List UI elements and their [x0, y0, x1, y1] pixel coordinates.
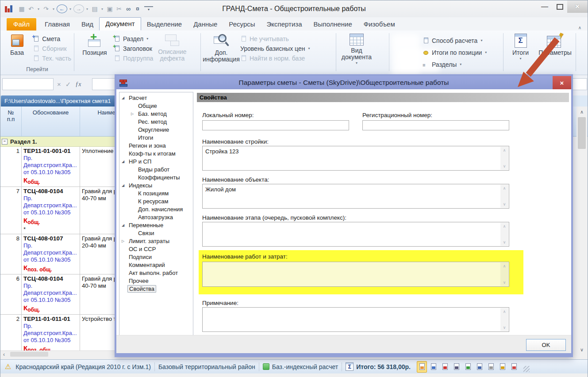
function-icon[interactable]: ƒx — [75, 81, 81, 88]
scroll-up-icon[interactable]: ∧ — [500, 186, 508, 190]
view-mode-icon[interactable] — [463, 361, 473, 373]
tree-item[interactable]: Коэффициенты — [119, 173, 193, 181]
confirm-entry-icon[interactable]: ✓ — [65, 80, 71, 88]
warning-icon[interactable]: ⚠ — [5, 362, 11, 371]
collapse-section-icon[interactable]: − — [2, 139, 8, 145]
qat-icon[interactable]: ▦ — [17, 4, 26, 14]
cancel-entry-icon[interactable]: × — [57, 80, 61, 88]
horizontal-scroll-thumb[interactable] — [10, 352, 48, 357]
qat-icon[interactable]: ✂ — [115, 4, 123, 14]
qat-icon[interactable]: ▾ — [85, 4, 90, 14]
tree-item[interactable]: ▷ Лимит. затраты — [119, 237, 193, 245]
textarea-scrollbar[interactable]: ∧∨ — [500, 308, 508, 331]
qat-icon[interactable]: ← — [57, 4, 67, 13]
scroll-left-icon[interactable]: ‹ — [0, 351, 8, 358]
column-header-num[interactable]: № п.п — [0, 107, 22, 136]
table-row[interactable]: 2 ТЕР11-01-011-01 Пр. Департ.строит.Кра.… — [0, 315, 115, 350]
qat-icon[interactable]: ▾ — [68, 4, 73, 14]
position-button[interactable]: + Позиция — [77, 32, 112, 72]
ribbon-tab[interactable]: Вид — [76, 18, 99, 30]
tree-item[interactable]: Регион и зона — [119, 141, 193, 149]
registration-number-input[interactable] — [362, 120, 509, 130]
sections-button[interactable]: ≡Разделы▾ — [423, 61, 487, 68]
ribbon-tab[interactable]: Данные — [188, 18, 223, 30]
note-textarea[interactable]: ∧∨ — [202, 307, 509, 332]
position-totals-button[interactable]: Итоги по позиции▾ — [423, 49, 487, 56]
dialog-title-bar[interactable]: Параметры сметы - Сметы (SkyDrive)\Общес… — [116, 76, 571, 89]
tree-item[interactable]: К ресурсам — [119, 197, 193, 205]
tree-expander-icon[interactable]: ◢ — [122, 223, 127, 227]
ok-button[interactable]: OK — [526, 339, 566, 351]
qat-icon[interactable]: ▾ — [51, 4, 56, 14]
qat-icon[interactable]: ↶ — [27, 4, 35, 14]
scroll-up-icon[interactable]: ∧ — [500, 264, 508, 268]
tree-item[interactable]: ◢ Расчет — [119, 94, 193, 102]
scroll-up-icon[interactable]: ∧ — [500, 224, 508, 228]
tree-expander-icon[interactable]: ▷ — [122, 239, 127, 243]
document-view-button[interactable]: Вид документа ▾ — [339, 32, 374, 72]
scroll-down-icon[interactable]: ∨ — [500, 202, 508, 206]
ribbon-tab[interactable]: Документ — [99, 17, 141, 30]
horizontal-scrollbar[interactable]: ‹ — [0, 350, 115, 358]
view-mode-icon[interactable] — [486, 361, 496, 373]
qat-icon[interactable]: ▾ — [100, 4, 105, 14]
textarea-scrollbar[interactable]: ∧∨ — [500, 147, 508, 170]
local-number-input[interactable] — [202, 120, 349, 130]
tree-item[interactable]: Виды работ — [119, 165, 193, 173]
ribbon-tab[interactable]: Выполнение — [307, 18, 357, 30]
base-price-level-button[interactable]: Уровень базисных цен▾ — [240, 45, 310, 52]
view-mode-icon[interactable] — [474, 361, 484, 373]
totals-button[interactable]: Σ Итоги ▾ — [507, 32, 534, 72]
tree-item[interactable]: ▷ Баз. метод — [119, 110, 193, 118]
tree-item[interactable]: Связи — [119, 229, 193, 237]
textarea-scrollbar[interactable]: ∧∨ — [500, 185, 508, 208]
close-button[interactable]: × — [567, 0, 588, 13]
table-row[interactable]: 1 ТЕР11-01-001-01 Пр. Департ.строит.Кра.… — [0, 147, 115, 187]
tree-item[interactable]: Коэф-ты к итогам — [119, 149, 193, 157]
table-row[interactable]: 8 ТСЦ-408-0107 Пр. Департ.строит.Кра... … — [0, 234, 115, 274]
view-mode-icon[interactable] — [428, 361, 438, 373]
works-name-textarea[interactable]: ∧∨ — [202, 262, 509, 287]
construction-name-textarea[interactable]: Стройка 123 ∧∨ — [202, 146, 509, 171]
view-mode-icon[interactable] — [497, 361, 507, 373]
table-row[interactable]: 6 ТСЦ-408-0104 Пр. Департ.строит.Кра... … — [0, 274, 115, 315]
ignore-button[interactable]: Не учитывать — [240, 35, 310, 42]
qat-icon[interactable]: ↷ — [42, 4, 50, 14]
header-button[interactable]: +Заголовок — [114, 45, 153, 52]
calc-method-button[interactable]: Способ расчета▾ — [423, 37, 487, 44]
qat-icon[interactable]: ▣ — [105, 4, 114, 14]
scroll-down-icon[interactable]: ∨ — [500, 325, 508, 330]
tree-item[interactable]: Комментарий — [119, 261, 193, 269]
defect-description-button[interactable]: Описание дефекта — [155, 32, 189, 72]
textarea-scrollbar[interactable]: ∧∨ — [500, 263, 508, 286]
ribbon-tab[interactable]: Файл — [7, 18, 36, 30]
document-tab[interactable]: F:\Users\adostovalo...\Проектная смета1 — [1, 95, 116, 107]
tree-item[interactable]: Акт выполн. работ — [119, 269, 193, 277]
ribbon-tab[interactable]: Экспертиза — [261, 18, 308, 30]
qat-icon[interactable]: ∞ — [124, 4, 133, 14]
maximize-button[interactable] — [552, 0, 567, 13]
view-mode-icon[interactable] — [451, 361, 461, 373]
qat-icon[interactable]: → — [73, 4, 84, 13]
object-name-textarea[interactable]: Жилой дом ∧∨ — [202, 184, 509, 209]
dialog-close-button[interactable]: × — [553, 76, 571, 89]
collection-button[interactable]: Сборник — [33, 45, 71, 52]
subgroup-button[interactable]: Подгруппа — [114, 54, 153, 62]
view-mode-icon[interactable] — [440, 361, 450, 373]
stage-name-textarea[interactable]: ∧∨ — [202, 222, 509, 247]
additional-info-button[interactable]: Доп. информация — [204, 32, 238, 72]
tree-expander-icon[interactable]: ▷ — [131, 112, 137, 116]
ribbon-tab[interactable]: Главная — [39, 18, 76, 30]
section-row[interactable]: − Раздел 1. — [0, 137, 115, 147]
textarea-scrollbar[interactable]: ∧∨ — [500, 223, 508, 246]
scroll-down-icon[interactable]: ∨ — [500, 280, 508, 285]
qat-icon[interactable]: ▤ — [90, 4, 99, 14]
column-header-justification[interactable]: Обоснование — [22, 107, 80, 136]
tree-item[interactable]: Доп. начисления — [119, 205, 193, 213]
view-mode-icon[interactable] — [417, 361, 427, 373]
tree-item[interactable]: Рес. метод — [119, 118, 193, 126]
tree-expander-icon[interactable]: ◢ — [122, 183, 127, 187]
ribbon-tab[interactable]: Выделение — [141, 18, 188, 30]
ribbon-tab[interactable]: Физобъем — [358, 18, 401, 30]
tree-item[interactable]: К позициям — [119, 189, 193, 197]
